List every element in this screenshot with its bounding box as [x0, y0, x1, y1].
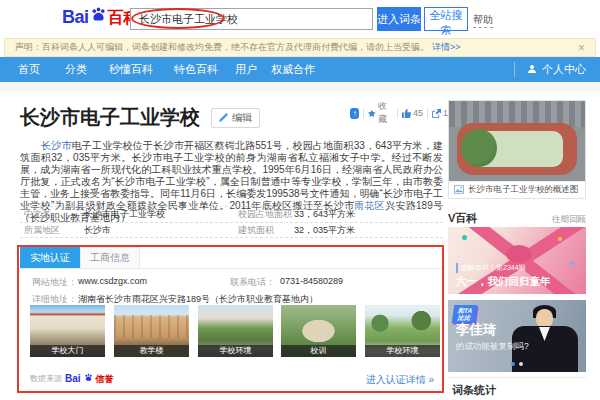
- user-center[interactable]: 个人中心: [514, 62, 586, 77]
- baidu-xinyu-logo-bai: Bai: [65, 374, 81, 384]
- certified-info-panel: 实地认证 工商信息 网站地址： www.csdzgx.com 联系电话： 073…: [17, 245, 444, 393]
- overview-caption-text: 长沙市电子工业学校的概述图: [468, 184, 579, 196]
- carousel-dot[interactable]: [519, 362, 523, 366]
- user-center-label: 个人中心: [542, 62, 586, 77]
- infobox-value: 33，643平方米: [294, 208, 443, 221]
- photo-school-motto[interactable]: 校训: [281, 305, 356, 357]
- baidu-baike-logo[interactable]: Bai 百科: [62, 6, 140, 27]
- divider-strip: [0, 82, 600, 91]
- image-icon: [454, 185, 464, 196]
- nav-item-category[interactable]: 分类: [65, 62, 87, 77]
- logo-bai-text: Bai: [62, 7, 89, 27]
- infobox-row: 所属地区 长沙市 建筑面积 32，035平方米: [20, 222, 443, 238]
- tab-business-info[interactable]: 工商信息: [80, 247, 140, 268]
- edit-button[interactable]: 编辑: [211, 108, 260, 128]
- close-icon[interactable]: ×: [578, 42, 585, 54]
- entry-stats-title: 词条统计: [452, 383, 496, 398]
- nav-item-miaodong[interactable]: 秒懂百科: [109, 62, 153, 77]
- vbaike-card-lijiaqi[interactable]: 和TA 比比 李佳琦 的成功能被复制吗?: [448, 300, 586, 372]
- photo-caption: 校训: [281, 345, 356, 357]
- card2-subtitle: 的成功能被复制吗?: [456, 341, 529, 353]
- pencil-icon: [219, 113, 228, 122]
- disclaimer-text: 声明：百科词条人人可编辑，词条创建和修改均免费，绝不存在官方及代理商付费代编，请…: [15, 41, 429, 54]
- disclaimer-detail-link[interactable]: 详情>>: [432, 41, 461, 54]
- vbaike-history-link[interactable]: 往期回顾: [552, 214, 586, 226]
- infobox-label: 建筑面积: [234, 224, 294, 237]
- favorite-button[interactable]: 收藏: [368, 100, 393, 126]
- vbaike-card-childrens-day[interactable]: 图解百科丨第2344期 六一，我们回归童年: [448, 227, 586, 294]
- site-search-button[interactable]: 全站搜索: [424, 7, 468, 31]
- nav-item-cooperation[interactable]: 权威合作: [271, 62, 315, 77]
- search-input[interactable]: [130, 8, 373, 30]
- baidu-xinyu-logo-text: 信誉: [96, 374, 114, 384]
- nav-item-home[interactable]: 首页: [18, 62, 40, 77]
- phone-label: 联系电话：: [230, 276, 275, 289]
- nav-item-users[interactable]: 用户: [235, 62, 257, 77]
- card1-title: 六一，我们回归童年: [456, 275, 551, 289]
- article-actions: ↑ 收藏 45 1: [350, 100, 448, 126]
- infobox-label: 所属地区: [20, 224, 84, 237]
- infobox-row: 中文名 长沙市电子工业学校 校园占地面积 33，643平方米: [20, 206, 443, 222]
- like-count: 45: [413, 108, 423, 118]
- infobox-value: 32，035平方米: [294, 224, 443, 237]
- infobox-value: 长沙市电子工业学校: [84, 208, 234, 221]
- photo-teaching-building[interactable]: 教学楼: [114, 305, 189, 357]
- nav-item-special[interactable]: 特色百科: [174, 62, 218, 77]
- stats-divider: [448, 377, 586, 378]
- infobox-label: 中文名: [20, 208, 84, 221]
- photo-campus-environment-1[interactable]: 学校环境: [198, 305, 273, 357]
- photo-caption: 学校大门: [30, 345, 105, 357]
- certification-detail-link[interactable]: 进入认证详情 »: [366, 373, 434, 387]
- share-icon: [432, 109, 441, 118]
- tab-onsite-certification[interactable]: 实地认证: [20, 247, 80, 268]
- overview-image-card: 长沙市电子工业学校的概述图: [448, 100, 586, 199]
- edit-button-label: 编辑: [232, 111, 252, 125]
- photo-caption: 学校环境: [198, 345, 273, 357]
- paw-icon: [84, 373, 93, 384]
- infobox-value: 长沙市: [84, 224, 234, 237]
- carousel-dots: [511, 362, 523, 366]
- photo-campus-environment-2[interactable]: 学校环境: [365, 305, 440, 357]
- main-nav: 首页 分类 秒懂百科 特色百科 用户 权威合作 个人中心: [0, 57, 600, 82]
- phone-value: 0731-84580289: [280, 276, 343, 286]
- share-button[interactable]: 1: [432, 108, 448, 118]
- photo-caption: 学校环境: [365, 345, 440, 357]
- special-entry-icon[interactable]: ↑: [350, 108, 359, 119]
- card1-series-tag: 图解百科丨第2344期: [456, 263, 526, 273]
- data-source-label: 数据来源: [30, 373, 62, 384]
- paw-icon: [90, 6, 107, 27]
- tab-divider: [17, 268, 444, 269]
- photo-caption: 教学楼: [114, 345, 189, 357]
- carousel-dot-active[interactable]: [511, 362, 515, 366]
- page-title: 长沙市电子工业学校: [20, 104, 200, 131]
- disclaimer-bar: 声明：百科词条人人可编辑，词条创建和修改均免费，绝不存在官方及代理商付费代编，请…: [4, 38, 596, 57]
- vbaike-title: V百科: [448, 211, 477, 226]
- website-label: 网站地址：: [32, 276, 77, 289]
- help-link[interactable]: 帮助: [473, 13, 493, 28]
- overview-caption: 长沙市电子工业学校的概述图: [449, 181, 585, 198]
- card2-person-name: 李佳琦: [456, 321, 497, 339]
- star-icon: [368, 109, 376, 118]
- infobox-label: 校园占地面积: [234, 208, 294, 221]
- favorite-label: 收藏: [378, 100, 393, 126]
- like-button[interactable]: 45: [402, 108, 423, 118]
- enter-entry-button[interactable]: 进入词条: [377, 7, 421, 31]
- link-changsha[interactable]: 长沙市: [41, 140, 72, 151]
- thumbs-up-icon: [402, 109, 411, 118]
- gift-bow-shape: [506, 245, 532, 263]
- photo-school-gate[interactable]: 学校大门: [30, 305, 105, 357]
- overview-image[interactable]: [449, 101, 585, 181]
- user-icon: [527, 64, 537, 76]
- data-source: 数据来源 Bai 信誉: [30, 373, 114, 384]
- website-value: www.csdzgx.com: [78, 276, 147, 286]
- infobox: 中文名 长沙市电子工业学校 校园占地面积 33，643平方米 所属地区 长沙市 …: [20, 206, 443, 238]
